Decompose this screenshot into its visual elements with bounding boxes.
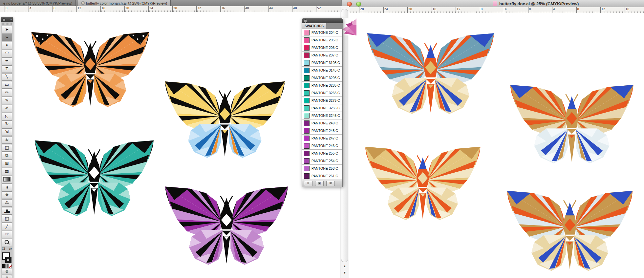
right-artboard-canvas[interactable] bbox=[342, 13, 644, 278]
symbol-sprayer-tool[interactable]: ⁂ bbox=[2, 199, 12, 207]
swatch-color-chip[interactable] bbox=[304, 105, 310, 111]
tab-swatches[interactable]: SWATCHES bbox=[302, 23, 326, 29]
swatch-row[interactable]: PANTONE 3285 C bbox=[302, 82, 342, 89]
swatch-options-menu-button[interactable]: ⊞ bbox=[326, 181, 335, 186]
swap-fill-stroke-icon[interactable]: ⇄ bbox=[9, 247, 12, 251]
screen-mode-button[interactable]: ⧉ bbox=[2, 275, 12, 278]
swatch-row[interactable]: PANTONE 254 C bbox=[302, 157, 342, 165]
zoom-window-button[interactable] bbox=[356, 2, 361, 7]
swatch-color-chip[interactable] bbox=[304, 45, 310, 51]
swatch-row[interactable]: PANTONE 247 C bbox=[302, 135, 342, 142]
right-window-titlebar[interactable]: butterfly doe.ai @ 25% (CMYK/Preview) bbox=[342, 0, 644, 8]
swatch-row[interactable]: PANTONE 246 C bbox=[302, 142, 342, 150]
swatch-color-chip[interactable] bbox=[304, 120, 310, 126]
column-graph-tool[interactable]: ▂█▅ bbox=[2, 207, 12, 215]
swatch-row[interactable]: PANTONE 207 C bbox=[302, 52, 342, 59]
swatch-color-chip[interactable] bbox=[304, 37, 310, 43]
artboard-tool[interactable]: ◱ bbox=[2, 215, 12, 223]
swatch-color-chip[interactable] bbox=[304, 30, 310, 35]
rotate-tool[interactable]: ↻ bbox=[2, 120, 12, 128]
butterfly-artwork-teal[interactable] bbox=[26, 133, 162, 221]
tool-palette-header[interactable]: » bbox=[1, 17, 13, 22]
scroll-down-arrow[interactable]: ▼ bbox=[340, 271, 349, 274]
rectangle-tool[interactable]: ▭ bbox=[2, 81, 12, 89]
perspective-grid-tool[interactable]: ⊞ bbox=[2, 160, 12, 167]
color-button[interactable] bbox=[2, 264, 5, 268]
scale-tool[interactable]: ⇲ bbox=[2, 128, 12, 136]
butterfly-artwork-monarch-orange[interactable] bbox=[23, 25, 158, 112]
swatch-row[interactable]: PANTONE 205 C bbox=[302, 36, 342, 44]
direct-selection-tool[interactable]: ➢ bbox=[2, 34, 12, 41]
left-artboard-canvas[interactable] bbox=[0, 12, 341, 278]
swatch-row[interactable]: PANTONE 206 C bbox=[302, 44, 342, 52]
swatch-color-chip[interactable] bbox=[304, 90, 310, 96]
swatch-color-chip[interactable] bbox=[304, 83, 310, 88]
scroll-up-arrow[interactable]: ▲ bbox=[340, 264, 349, 268]
swatch-row[interactable]: PANTONE 3265 C bbox=[302, 89, 342, 97]
butterfly-artwork-doe-tan-brown[interactable] bbox=[501, 77, 642, 168]
swatch-row[interactable]: PANTONE 3275 C bbox=[302, 97, 342, 104]
palette-close-icon[interactable] bbox=[2, 18, 6, 22]
swatch-row[interactable]: PANTONE 255 C bbox=[302, 150, 342, 157]
swatch-color-chip[interactable] bbox=[304, 68, 310, 73]
free-transform-tool[interactable]: ◫ bbox=[2, 144, 12, 152]
swatch-row[interactable]: PANTONE 248 C bbox=[302, 127, 342, 135]
line-segment-tool[interactable]: ╲ bbox=[2, 73, 12, 81]
hand-tool[interactable]: ☞ bbox=[2, 231, 12, 238]
swatches-panel-header[interactable] bbox=[302, 18, 343, 23]
swatch-row[interactable]: PANTONE 261 C bbox=[302, 172, 342, 180]
pen-tool[interactable]: ✒ bbox=[2, 57, 12, 65]
document-tab[interactable]: ✕butterfly color monarch.ai @ 25% (CMYK/… bbox=[78, 0, 171, 6]
swatch-color-chip[interactable] bbox=[304, 136, 310, 141]
swatch-color-chip[interactable] bbox=[304, 60, 310, 66]
swatch-color-chip[interactable] bbox=[304, 173, 310, 179]
pencil-tool[interactable]: ✎ bbox=[2, 97, 12, 104]
swatch-row[interactable]: PANTONE 204 C bbox=[302, 29, 342, 36]
swatch-row[interactable]: PANTONE 3295 C bbox=[302, 74, 342, 82]
default-fill-stroke-icon[interactable]: ❏ bbox=[2, 247, 5, 251]
swatch-row[interactable]: PANTONE 3145 C bbox=[302, 67, 342, 74]
tab-close-icon[interactable]: ✕ bbox=[81, 1, 85, 5]
none-button[interactable] bbox=[9, 264, 12, 268]
palette-collapse-icon[interactable]: » bbox=[10, 18, 12, 21]
swatch-color-chip[interactable] bbox=[304, 166, 310, 171]
butterfly-artwork-doe-blue-orange[interactable] bbox=[358, 26, 503, 119]
blob-brush-tool[interactable]: ✐ bbox=[2, 105, 12, 112]
shape-builder-tool[interactable]: ⧉ bbox=[2, 152, 12, 160]
close-window-button[interactable] bbox=[347, 2, 352, 7]
width-tool[interactable]: ≋ bbox=[2, 136, 12, 144]
selection-tool[interactable]: ➤ bbox=[2, 26, 12, 33]
swatch-row[interactable]: PANTONE 3245 C bbox=[302, 112, 342, 119]
drawing-mode-button[interactable]: ◍ bbox=[2, 269, 12, 274]
fill-stroke-indicator[interactable] bbox=[2, 252, 12, 263]
gradient-tool[interactable] bbox=[2, 176, 12, 183]
swatch-color-chip[interactable] bbox=[304, 158, 310, 164]
swatch-row[interactable]: PANTONE 3105 C bbox=[302, 59, 342, 67]
eyedropper-tool[interactable]: ✒ bbox=[2, 183, 12, 191]
swatch-color-chip[interactable] bbox=[304, 53, 310, 58]
butterfly-artwork-doe-tan-blue[interactable] bbox=[498, 183, 642, 276]
butterfly-artwork-tiger-yellow[interactable] bbox=[156, 74, 293, 162]
swatch-color-chip[interactable] bbox=[304, 128, 310, 134]
gradient-button[interactable] bbox=[5, 264, 8, 268]
swatch-color-chip[interactable] bbox=[304, 98, 310, 103]
swatch-row[interactable]: PANTONE 3255 C bbox=[302, 104, 342, 112]
swatch-color-chip[interactable] bbox=[304, 143, 310, 149]
stroke-swatch[interactable] bbox=[5, 257, 11, 263]
blend-tool[interactable]: ❖ bbox=[2, 191, 12, 199]
butterfly-artwork-doe-cream-orange[interactable] bbox=[357, 140, 489, 225]
document-tab[interactable]: e no border.ai* @ 33.33% (CMYK/Preview) bbox=[0, 0, 76, 6]
mesh-tool[interactable]: ▦ bbox=[2, 168, 12, 175]
swatch-row[interactable]: PANTONE 249 C bbox=[302, 119, 342, 127]
swatch-color-chip[interactable] bbox=[304, 75, 310, 81]
mini-fill-stroke-controls[interactable]: ❏ ⇄ bbox=[1, 247, 12, 251]
swatch-kinds-menu-button[interactable]: ▣ bbox=[315, 181, 324, 186]
lasso-tool[interactable]: ◠ bbox=[2, 50, 12, 57]
magic-wand-tool[interactable]: ✦ bbox=[2, 42, 12, 49]
paintbrush-tool[interactable]: ✑ bbox=[2, 89, 12, 96]
swatch-color-chip[interactable] bbox=[304, 151, 310, 156]
swatches-close-icon[interactable] bbox=[304, 19, 307, 23]
swatch-color-chip[interactable] bbox=[304, 113, 310, 118]
swatch-row[interactable]: PANTONE 253 C bbox=[302, 165, 342, 172]
type-tool[interactable]: T bbox=[2, 65, 12, 73]
